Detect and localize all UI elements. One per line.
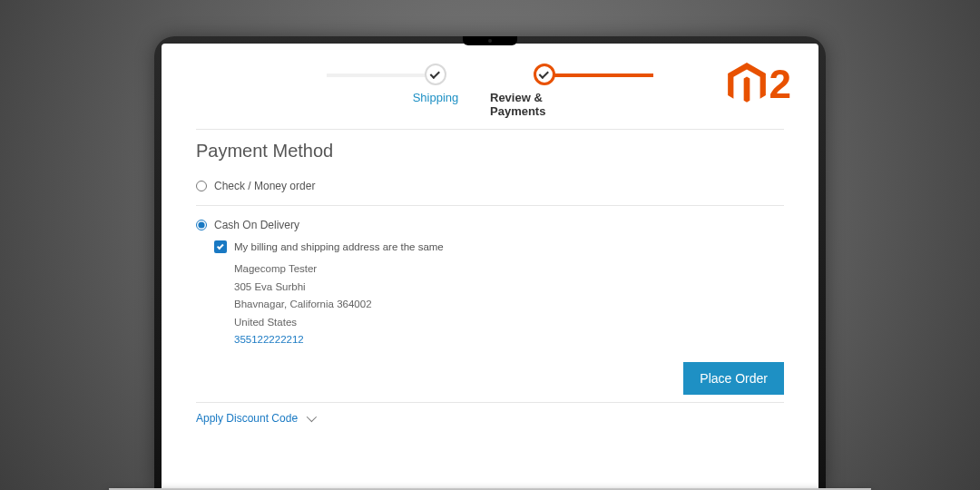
actions-row: Place Order <box>196 362 784 395</box>
laptop-frame: 2 Shipping Review & Payments <box>154 36 826 490</box>
radio-check-money[interactable] <box>196 181 207 191</box>
payment-option-label: Check / Money order <box>214 180 315 192</box>
billing-section: My billing and shipping address are the … <box>214 240 784 349</box>
address-country: United States <box>234 314 784 332</box>
address-phone[interactable]: 355122222212 <box>234 331 784 349</box>
step-shipping[interactable]: Shipping <box>381 64 490 118</box>
checkbox-checked-icon[interactable] <box>214 240 227 253</box>
check-icon <box>425 64 446 85</box>
place-order-button[interactable]: Place Order <box>683 362 784 395</box>
chevron-down-icon <box>307 412 317 422</box>
address-street: 305 Eva Surbhi <box>234 279 784 297</box>
billing-address: Magecomp Tester 305 Eva Surbhi Bhavnagar… <box>234 260 784 349</box>
payment-option-cod[interactable]: Cash On Delivery <box>196 213 784 237</box>
divider <box>196 205 784 206</box>
laptop-notch <box>463 36 517 45</box>
divider <box>196 402 784 403</box>
laptop-bezel: 2 Shipping Review & Payments <box>154 36 826 490</box>
payment-method-title: Payment Method <box>196 141 784 162</box>
checkout-content: Shipping Review & Payments Payment Metho… <box>162 44 818 425</box>
apply-discount-label: Apply Discount Code <box>196 412 298 425</box>
radio-cod[interactable] <box>196 220 207 230</box>
step-review-label: Review & Payments <box>490 91 599 118</box>
step-review-payments: Review & Payments <box>490 64 599 118</box>
payment-option-check-money[interactable]: Check / Money order <box>196 174 784 198</box>
screen: 2 Shipping Review & Payments <box>162 44 818 490</box>
billing-same-checkbox-row[interactable]: My billing and shipping address are the … <box>214 240 784 253</box>
address-city-region-zip: Bhavnagar, California 364002 <box>234 296 784 314</box>
address-name: Magecomp Tester <box>234 260 784 279</box>
apply-discount-toggle[interactable]: Apply Discount Code <box>196 412 784 425</box>
payment-option-label: Cash On Delivery <box>214 219 299 231</box>
progress-stepper: Shipping Review & Payments <box>196 64 784 118</box>
billing-same-label: My billing and shipping address are the … <box>234 241 444 252</box>
check-icon <box>534 64 555 85</box>
step-shipping-label[interactable]: Shipping <box>413 91 459 104</box>
divider <box>196 129 784 130</box>
